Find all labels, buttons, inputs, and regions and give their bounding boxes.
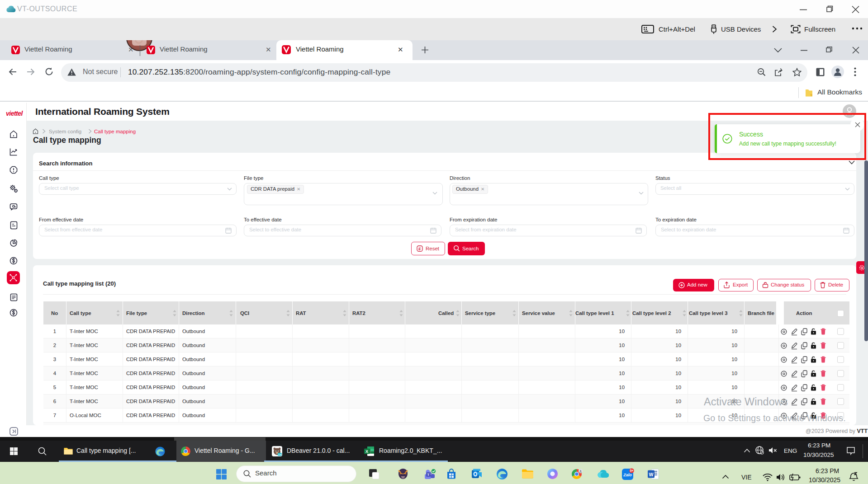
svg-text:5+: 5+	[630, 469, 634, 472]
svg-text:X: X	[365, 449, 368, 454]
svg-text:DB: DB	[278, 453, 282, 456]
svg-text:Zalo: Zalo	[623, 473, 632, 477]
svg-text:W: W	[649, 472, 654, 477]
svg-text:T: T	[427, 473, 430, 476]
